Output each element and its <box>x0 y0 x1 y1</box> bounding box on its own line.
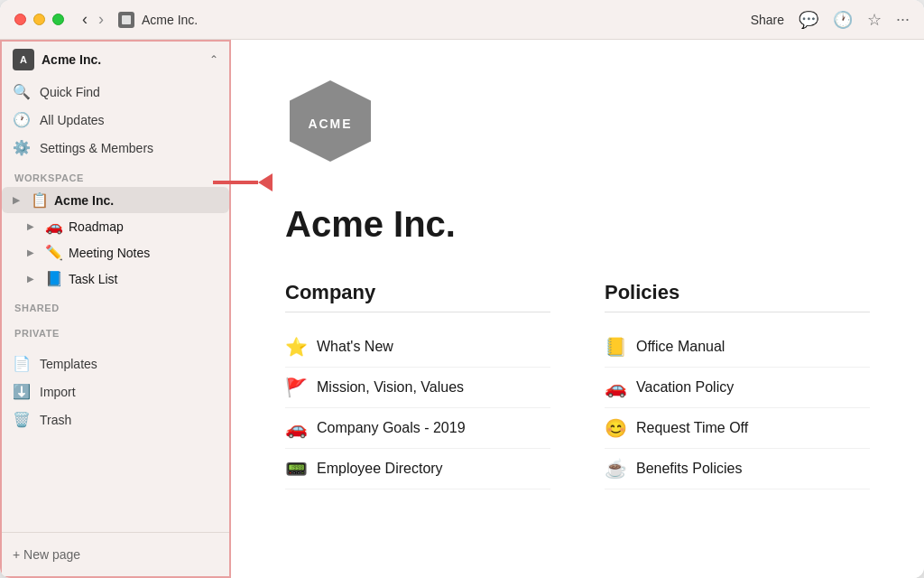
list-item[interactable]: ☕ Benefits Policies <box>605 449 870 489</box>
item-label: What's New <box>317 339 393 355</box>
sidebar-item-meeting-notes[interactable]: ▶ ✏️ Meeting Notes <box>2 239 229 266</box>
main-content: A Acme Inc. ⌃ 🔍 Quick Find 🕐 All Updates… <box>0 40 924 578</box>
workspace-section-label: WORKSPACE <box>2 162 229 187</box>
time-off-icon: 😊 <box>605 417 627 439</box>
item-label: Company Goals - 2019 <box>317 420 466 436</box>
sidebar-item-roadmap[interactable]: ▶ 🚗 Roadmap <box>2 213 229 239</box>
directory-icon: 📟 <box>285 458 308 480</box>
tree-item-label: Meeting Notes <box>69 246 150 260</box>
workspace-name: Acme Inc. <box>42 52 202 67</box>
settings-icon: ⚙️ <box>13 139 31 156</box>
updates-icon: 🕐 <box>13 111 31 128</box>
sidebar-item-acme[interactable]: ▶ 📋 Acme Inc. <box>2 187 229 213</box>
page-logo-container: ACME <box>285 76 870 179</box>
minimize-button[interactable] <box>33 14 45 25</box>
tree-arrow-icon: ▶ <box>27 247 40 257</box>
sidebar-item-trash[interactable]: 🗑️ Trash <box>2 406 229 434</box>
arrow-indicator <box>213 173 273 191</box>
title-bar: ‹ › Acme Inc. Share 💬 🕐 ☆ ··· <box>0 0 924 40</box>
workspace-icon: A <box>13 49 34 70</box>
trash-icon: 🗑️ <box>13 411 31 428</box>
comment-icon[interactable]: 💬 <box>799 10 818 30</box>
item-label: Employee Directory <box>317 461 443 477</box>
new-page-button[interactable]: + New page <box>2 540 229 569</box>
list-item[interactable]: 🚗 Company Goals - 2019 <box>285 408 550 449</box>
policies-column: Policies 📒 Office Manual 🚗 Vacation Poli… <box>605 281 870 489</box>
tree-item-label: Task List <box>69 272 117 286</box>
item-label: Mission, Vision, Values <box>317 379 464 396</box>
page-title: Acme Inc. <box>285 204 870 245</box>
svg-rect-0 <box>122 15 131 24</box>
sidebar-item-label: Import <box>40 385 76 399</box>
logo-hexagon: ACME <box>285 76 375 175</box>
title-bar-actions: Share 💬 🕐 ☆ ··· <box>751 10 910 30</box>
list-item[interactable]: 📟 Employee Directory <box>285 449 550 489</box>
sidebar-item-label: Trash <box>40 413 71 427</box>
workspace-chevron-icon: ⌃ <box>209 53 218 66</box>
company-header: Company <box>285 281 550 312</box>
sidebar-item-templates[interactable]: 📄 Templates <box>2 350 229 378</box>
item-label: Request Time Off <box>636 420 748 436</box>
close-button[interactable] <box>14 14 26 25</box>
list-item[interactable]: 😊 Request Time Off <box>605 408 870 449</box>
app-window: ‹ › Acme Inc. Share 💬 🕐 ☆ ··· A <box>0 0 924 578</box>
list-item[interactable]: 🚗 Vacation Policy <box>605 368 870 408</box>
star-icon[interactable]: ☆ <box>867 10 882 30</box>
sidebar-item-import[interactable]: ⬇️ Import <box>2 378 229 406</box>
company-column: Company ⭐ What's New 🚩 Mission, Vision, … <box>285 281 550 489</box>
item-label: Benefits Policies <box>636 461 742 477</box>
item-label: Vacation Policy <box>636 379 734 396</box>
more-icon[interactable]: ··· <box>896 10 910 29</box>
office-manual-icon: 📒 <box>605 336 627 358</box>
benefits-icon: ☕ <box>605 458 627 480</box>
maximize-button[interactable] <box>52 14 64 25</box>
list-item[interactable]: 📒 Office Manual <box>605 327 870 368</box>
whats-new-icon: ⭐ <box>285 336 308 358</box>
sidebar-item-settings[interactable]: ⚙️ Settings & Members <box>2 134 229 162</box>
breadcrumb-text: Acme Inc. <box>142 13 198 27</box>
meeting-notes-icon: ✏️ <box>45 244 63 261</box>
acme-page-icon: 📋 <box>31 191 49 209</box>
share-button[interactable]: Share <box>751 13 784 27</box>
task-list-icon: 📘 <box>45 270 63 287</box>
logo-text: ACME <box>308 117 352 131</box>
list-item[interactable]: ⭐ What's New <box>285 327 550 368</box>
shared-section-label: SHARED <box>2 292 229 317</box>
back-button[interactable]: ‹ <box>79 8 91 31</box>
tree-arrow-icon: ▶ <box>27 221 40 231</box>
page-icon <box>118 12 134 28</box>
workspace-header[interactable]: A Acme Inc. ⌃ <box>2 42 229 78</box>
breadcrumb: Acme Inc. <box>118 12 751 28</box>
sidebar-item-task-list[interactable]: ▶ 📘 Task List <box>2 266 229 292</box>
tree-arrow-icon: ▶ <box>27 274 40 284</box>
search-icon: 🔍 <box>13 83 31 100</box>
tree-item-label: Roadmap <box>69 219 124 234</box>
templates-icon: 📄 <box>13 355 31 372</box>
item-label: Office Manual <box>636 339 725 355</box>
vacation-icon: 🚗 <box>605 377 627 398</box>
mission-icon: 🚩 <box>285 377 308 398</box>
sidebar-item-label: Templates <box>40 357 97 371</box>
tree-arrow-icon: ▶ <box>13 195 25 205</box>
history-icon[interactable]: 🕐 <box>833 10 853 30</box>
sidebar-item-label: All Updates <box>40 113 105 127</box>
sidebar-item-all-updates[interactable]: 🕐 All Updates <box>2 106 229 134</box>
import-icon: ⬇️ <box>13 383 31 400</box>
forward-button[interactable]: › <box>95 8 107 31</box>
list-item[interactable]: 🚩 Mission, Vision, Values <box>285 368 550 408</box>
roadmap-icon: 🚗 <box>45 218 63 235</box>
private-section-label: PRIVATE <box>2 317 229 342</box>
sidebar-item-label: Quick Find <box>40 85 100 99</box>
sidebar: A Acme Inc. ⌃ 🔍 Quick Find 🕐 All Updates… <box>0 40 231 578</box>
goals-icon: 🚗 <box>285 417 308 439</box>
tree-item-label: Acme Inc. <box>54 193 114 208</box>
sidebar-item-quick-find[interactable]: 🔍 Quick Find <box>2 78 229 106</box>
sidebar-item-label: Settings & Members <box>40 141 153 155</box>
page-content: ACME Acme Inc. Company ⭐ What's New 🚩 Mi… <box>231 40 924 578</box>
traffic-lights <box>14 14 64 25</box>
nav-arrows: ‹ › <box>79 8 107 31</box>
policies-header: Policies <box>605 281 870 312</box>
content-columns: Company ⭐ What's New 🚩 Mission, Vision, … <box>285 281 870 489</box>
